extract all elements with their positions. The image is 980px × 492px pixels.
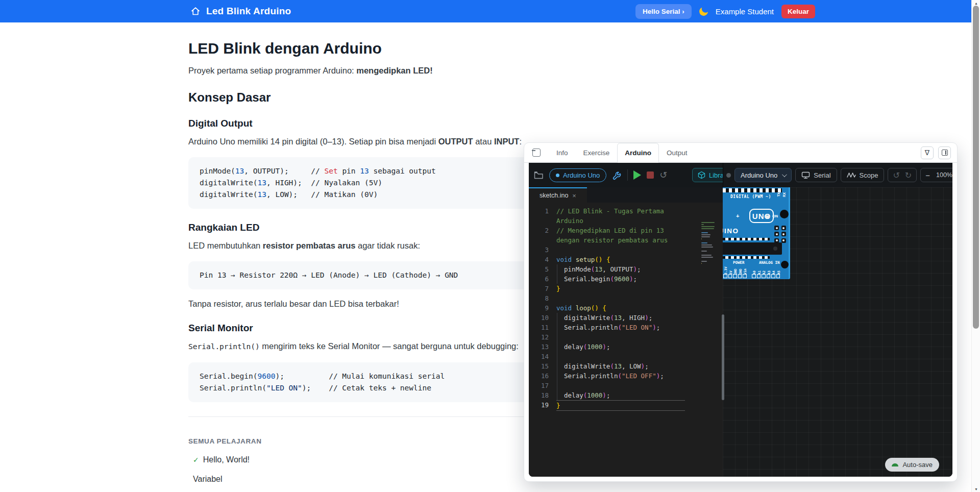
line-number: 9 (534, 303, 556, 313)
sim-status-dot (726, 173, 731, 178)
editor-lines: 1 // LED Blink - Tugas Pertama Arduino 2… (534, 206, 723, 411)
scroll-down-arrow[interactable]: ▼ (972, 486, 980, 492)
line-number: 13 (534, 342, 556, 352)
editor-tabstrip: sketch.ino × (529, 187, 723, 203)
editor-line: 4 void setup() { (534, 255, 723, 264)
panel-tabs: InfoExerciseArduinoOutput (549, 143, 695, 163)
pin-label: A4 (772, 264, 776, 275)
line-code: Serial.println("LED OFF"); (556, 371, 685, 381)
panel-tab[interactable]: Info (549, 143, 576, 163)
line-number: 6 (534, 274, 556, 284)
check-icon: ✓ (193, 456, 199, 464)
panel-layout-icon[interactable] (532, 149, 541, 157)
mounting-hole (780, 210, 789, 218)
line-code: } (556, 284, 685, 293)
pane-resize-handle[interactable] (722, 314, 724, 400)
line-code (556, 352, 685, 361)
serial-button[interactable]: Serial (795, 168, 837, 182)
pin-label: A2 (762, 264, 766, 275)
line-number: 19 (534, 400, 556, 411)
line-number: 7 (534, 284, 556, 293)
toolbar-divider (627, 169, 628, 181)
editor-line: 19 } (534, 400, 723, 411)
analog-pin-labels: A0A1A2A3A4A5 (752, 264, 780, 275)
line-number: 10 (534, 313, 556, 323)
arduino-uno-board[interactable]: DIGITAL (PWM ~) TX RX ∞ + UNO ARDUINO ON… (723, 187, 790, 279)
pin-label: Vin (743, 264, 747, 275)
line-number: 1 (534, 206, 556, 226)
editor-line: 2 // Mengedipkan LED di pin 13 dengan re… (534, 226, 723, 245)
editor-line: 8 (534, 293, 723, 303)
undo-icon[interactable]: ↺ (893, 170, 899, 180)
line-code (556, 332, 685, 342)
doc-title: LED Blink dengan Arduino (188, 39, 704, 58)
zoom-out-button[interactable]: − (925, 171, 930, 180)
waveform-icon (847, 172, 856, 178)
panel-tab[interactable]: Output (659, 143, 695, 163)
scrollbar-thumb[interactable] (973, 6, 979, 329)
logout-button[interactable]: Keluar (781, 5, 815, 18)
board-select[interactable]: Arduino Uno (734, 168, 792, 182)
ide-panel: InfoExerciseArduinoOutput ∇ Arduino Uno … (524, 142, 958, 482)
line-number: 4 (534, 255, 556, 264)
line-code (556, 381, 685, 390)
code-editor-pane: sketch.ino × 1 // LED Blink - Tugas Pert… (529, 187, 723, 477)
line-number: 11 (534, 323, 556, 332)
device-pill[interactable]: Arduino Uno (549, 168, 606, 182)
line-code: digitalWrite(13, HIGH); (556, 313, 685, 323)
editor-line: 12 (534, 332, 723, 342)
pin-label: 3.3V (724, 264, 728, 275)
uno-label: UNO (749, 209, 774, 223)
digital-pin-header (723, 187, 783, 193)
redo-icon[interactable]: ↻ (905, 170, 912, 180)
analog-pin-sockets (752, 274, 780, 278)
line-number: 8 (534, 293, 556, 303)
tx-label: TX (777, 192, 780, 196)
dock-right-icon (942, 150, 948, 156)
minimap[interactable] (701, 222, 717, 264)
next-lesson-button[interactable]: Hello Serial › (635, 4, 692, 19)
page-scrollbar[interactable]: ▲ ▼ (971, 0, 980, 492)
folder-icon[interactable] (534, 171, 544, 180)
editor-line: 14 (534, 352, 723, 361)
line-number: 3 (534, 245, 556, 255)
libraries-button[interactable]: Librar (692, 168, 723, 182)
wrench-icon[interactable] (612, 170, 622, 180)
lesson-label: Variabel (193, 475, 223, 484)
stop-button[interactable] (647, 171, 654, 179)
editor-tab-sketch[interactable]: sketch.ino × (529, 187, 587, 203)
socket-row (723, 255, 771, 260)
pin-label: A1 (757, 264, 762, 275)
editor-line: 11 Serial.println("LED ON"); (534, 323, 723, 332)
cloud-icon (892, 463, 898, 466)
editor-line: 16 Serial.println("LED OFF"); (534, 371, 723, 381)
restart-icon[interactable]: ↺ (659, 170, 667, 180)
filter-icon-button[interactable]: ∇ (921, 146, 934, 159)
theme-toggle-moon-icon[interactable] (698, 6, 709, 17)
editor-code-area[interactable]: 1 // LED Blink - Tugas Pertama Arduino 2… (529, 203, 723, 477)
panel-tab[interactable]: Arduino (617, 143, 659, 163)
line-code: // LED Blink - Tugas Pertama Arduino (556, 206, 685, 226)
editor-line: 3 (534, 245, 723, 255)
line-number: 12 (534, 332, 556, 342)
run-button[interactable] (633, 170, 641, 180)
dock-right-button[interactable] (938, 146, 951, 159)
line-number: 14 (534, 352, 556, 361)
close-icon[interactable]: × (572, 192, 576, 200)
lesson-label: Hello, World! (203, 455, 250, 464)
cube-icon (698, 171, 705, 179)
line-code: pinMode(13, OUTPUT); (556, 264, 685, 274)
line-code: delay(1000); (556, 342, 685, 352)
pin-label: 5V (729, 264, 733, 275)
power-pin-sockets (723, 274, 747, 278)
scope-button[interactable]: Scope (841, 168, 885, 182)
pin-label: A5 (777, 264, 781, 275)
panel-tabbar: InfoExerciseArduinoOutput ∇ (524, 143, 957, 163)
zoom-controls: − 100% + (920, 168, 952, 182)
editor-line: 1 // LED Blink - Tugas Pertama Arduino (534, 206, 723, 226)
line-code (556, 293, 685, 303)
home-icon[interactable] (190, 6, 201, 16)
socket-row (723, 237, 771, 241)
simulator-canvas[interactable]: DIGITAL (PWM ~) TX RX ∞ + UNO ARDUINO ON… (723, 187, 952, 477)
panel-tab[interactable]: Exercise (576, 143, 618, 163)
